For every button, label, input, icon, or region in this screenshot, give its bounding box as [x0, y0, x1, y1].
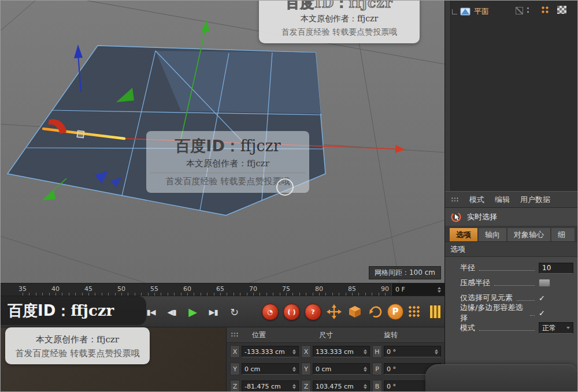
previous-frame-button[interactable]: ◀▮ [163, 303, 180, 320]
watermark-id-line: 百度ID：ffjczr [150, 136, 306, 156]
position-x-field[interactable]: -133.333 cm [242, 346, 299, 357]
position-y-field[interactable]: 0 cm [242, 363, 299, 375]
right-panel: 平面 模式 编辑 用户数据 实时选择 选项 [444, 1, 578, 391]
object-item-plane[interactable]: 平面 [452, 4, 489, 19]
size-x-field[interactable]: 133.333 cm [313, 346, 370, 357]
rotation-p-value: 0 ° [387, 365, 396, 373]
tab-options[interactable]: 选项 [450, 228, 477, 241]
layer-color-icon[interactable] [516, 7, 523, 14]
axis-origin-handle[interactable] [77, 130, 84, 137]
visibility-dots-icon[interactable] [527, 6, 529, 14]
timeline-tick: 65 [216, 285, 224, 293]
position-z-field[interactable]: -81.475 cm [242, 380, 299, 392]
watermark-author-line: 本文原创作者：ffjczr [150, 158, 306, 173]
timeline-tick: 35 [18, 285, 27, 293]
pressure-radius-row: 压感半径 [460, 275, 573, 290]
hierarchy-corner-icon [452, 9, 457, 14]
pressure-radius-button[interactable] [539, 279, 550, 287]
watermark-light-box: 本文原创作者：ffjczr 首发百度经验 转载要点赞投票哦 [5, 327, 150, 364]
texture-checker-icon[interactable] [557, 6, 566, 14]
watermark-notice-line: 首发百度经验 转载要点赞投票哦 [265, 27, 414, 38]
live-selection-icon [450, 211, 462, 223]
timeline-tick: 55 [150, 285, 158, 293]
field-spinner[interactable] [292, 349, 296, 354]
rotate-tool-icon [368, 304, 383, 319]
options-section-header[interactable]: 选项 [445, 241, 578, 257]
object-manager: 平面 [445, 1, 578, 191]
parametric-mode-button[interactable]: P [387, 304, 403, 320]
tab-object-axis[interactable]: 对象轴心 [507, 228, 550, 241]
dotted-leader [479, 265, 535, 271]
axis-label: Z [230, 380, 240, 392]
axis-label: Y [230, 363, 240, 375]
selected-polygons[interactable] [155, 51, 321, 114]
axis-label: X [230, 345, 240, 358]
menu-edit[interactable]: 编辑 [495, 195, 510, 205]
menu-mode[interactable]: 模式 [469, 195, 484, 205]
keyframe-options-button[interactable]: ? [305, 304, 321, 320]
field-spinner[interactable] [364, 349, 367, 354]
radius-row: 半径 10 [460, 260, 573, 275]
rotation-h-field[interactable]: 0 ° [384, 346, 441, 357]
p-icon: P [392, 307, 399, 317]
pressure-radius-label: 压感半径 [460, 278, 490, 288]
panel-grip-icon[interactable] [231, 332, 239, 338]
coordinates-row-x: X -133.333 cm X 133.333 cm H 0 ° [227, 343, 444, 360]
selection-brush-cursor [276, 178, 294, 196]
dotted-leader [479, 325, 535, 331]
panel-grip-icon[interactable] [451, 197, 459, 203]
tolerance-row: 边缘/多边形容差选择 ✓ [460, 305, 573, 320]
loop-icon: ↻ [230, 306, 238, 318]
layout-columns-button[interactable] [429, 305, 441, 319]
field-spinner[interactable] [364, 367, 367, 372]
position-z-value: -81.475 cm [244, 383, 281, 390]
coordinates-row-z: Z -81.475 cm Z 103.475 cm B 0 ° [227, 378, 444, 392]
timeline-tick: 50 [117, 285, 125, 293]
axis-label: B [372, 380, 382, 392]
tab-axis[interactable]: 轴向 [479, 228, 506, 241]
play-button[interactable]: ▶ [184, 303, 201, 320]
watermark-id-line: 百度ID：ffjczr [8, 301, 114, 321]
record-keyframe-button[interactable]: ◔ [262, 304, 279, 320]
size-y-field[interactable]: 0 cm [313, 363, 370, 375]
snap-grid-button[interactable] [408, 305, 420, 318]
visible-only-checkbox[interactable]: ✓ [539, 294, 545, 303]
loop-mode-button[interactable]: ↻ [225, 303, 243, 320]
position-x-value: -133.333 cm [244, 348, 285, 356]
mode-select[interactable]: 正常 [539, 322, 573, 334]
coordinates-row-y: Y 0 cm Y 0 cm P 0 ° [227, 360, 444, 378]
radius-input[interactable]: 10 [539, 263, 573, 274]
render-dots-icon[interactable] [541, 6, 550, 13]
field-spinner[interactable] [435, 349, 438, 354]
coordinates-panel: 位置 尺寸 旋转 X -133.333 cm X 133.333 cm H 0 … [226, 327, 444, 392]
axis-label: Y [301, 363, 311, 375]
move-tool-button[interactable] [326, 304, 342, 319]
frame-counter-field[interactable]: 0 F [391, 283, 444, 296]
watermark-author-line: 本文原创作者：ffjczr [265, 14, 414, 24]
timeline-tick: 75 [282, 285, 290, 293]
rotate-tool-button[interactable] [368, 304, 383, 319]
frame-counter-value: 0 F [395, 286, 405, 293]
dark-overlay-shape [425, 364, 577, 392]
keyframe-question-icon: ? [311, 308, 314, 316]
scale-tool-button[interactable] [347, 304, 362, 319]
next-frame-button[interactable]: ▶▮ [205, 303, 222, 320]
axis-label: X [301, 345, 311, 358]
field-spinner[interactable] [292, 367, 296, 372]
field-spinner[interactable] [292, 384, 296, 389]
menu-userdata[interactable]: 用户数据 [520, 195, 550, 205]
watermark-id-line: 百度ID：ffjczr [265, 0, 414, 12]
tab-detail[interactable]: 细 [551, 228, 575, 241]
tolerance-checkbox[interactable]: ✓ [539, 309, 545, 318]
frame-spinner[interactable] [438, 287, 441, 293]
watermark-id-name: ffjczr [240, 137, 281, 155]
radius-label: 半径 [460, 263, 475, 273]
autokey-button[interactable]: ( ) [283, 304, 300, 320]
axis-label: H [372, 345, 382, 358]
size-z-value: 103.475 cm [316, 383, 354, 390]
size-z-field[interactable]: 103.475 cm [313, 380, 370, 392]
watermark-top: 百度ID：ffjczr 本文原创作者：ffjczr 首发百度经验 转载要点赞投票… [259, 0, 420, 43]
timeline-ruler[interactable]: 35 40 45 50 55 60 65 70 75 80 85 90 0 F [1, 283, 444, 296]
attribute-manager: 模式 编辑 用户数据 实时选择 选项 轴向 对象轴心 细 选项 半 [445, 191, 578, 391]
field-spinner[interactable] [364, 384, 367, 389]
